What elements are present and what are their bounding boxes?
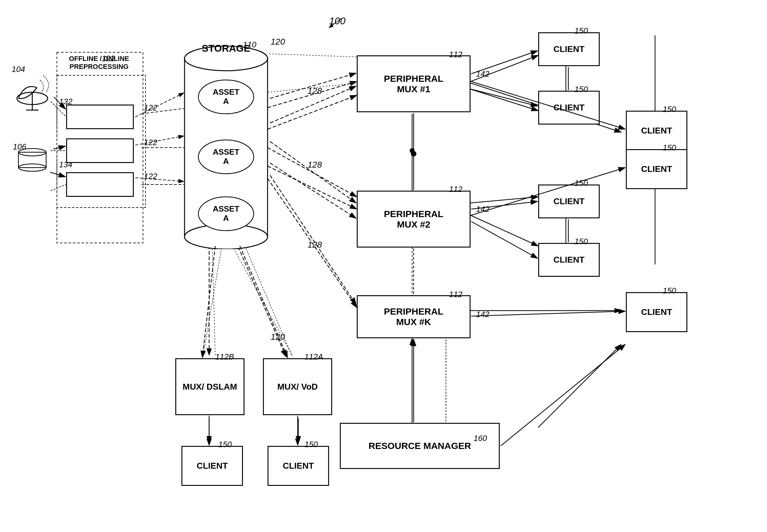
proc-box-1 <box>66 105 134 129</box>
svg-line-80 <box>471 221 538 258</box>
svg-line-75 <box>246 248 292 356</box>
ref-112a: 112A <box>304 352 323 362</box>
ref-160: 160 <box>474 434 487 443</box>
svg-line-9 <box>268 148 357 197</box>
ref-122-1: 122 <box>144 103 157 113</box>
ref-150-vod: 150 <box>304 440 318 449</box>
ref-120-2: 120 <box>271 332 285 342</box>
peripheral-mux-1: PERIPHERALMUX #1 <box>357 55 471 112</box>
svg-line-8 <box>268 95 357 129</box>
svg-line-64 <box>135 136 184 145</box>
client-connector-v2 <box>564 218 567 243</box>
svg-line-65 <box>135 178 184 181</box>
svg-text:A: A <box>223 213 229 223</box>
preprocessing-label: OFFLINE / ONLINEPREPROCESSING <box>59 55 139 71</box>
ref-128-2: 128 <box>308 160 322 170</box>
ref-150-top2: 150 <box>574 85 588 94</box>
svg-line-82 <box>471 311 625 316</box>
ref-142-1: 142 <box>476 69 489 79</box>
client-top-1: CLIENT <box>538 32 600 66</box>
resource-manager: RESOURCE MANAGER <box>340 423 500 469</box>
ref-106: 106 <box>13 142 26 152</box>
svg-text:A: A <box>223 157 229 166</box>
ref-150-mid3: 150 <box>574 237 588 246</box>
svg-line-18 <box>471 89 538 111</box>
svg-line-69 <box>270 163 356 218</box>
svg-line-73 <box>269 54 357 57</box>
client-vod: CLIENT <box>268 446 329 486</box>
ref-112b: 112B <box>215 352 234 362</box>
client-top-2: CLIENT <box>538 91 600 125</box>
ref-142-3: 142 <box>476 310 489 319</box>
peripheral-mux-k: PERIPHERALMUX #K <box>357 295 471 338</box>
ref-112-k: 112 <box>449 290 462 299</box>
ref-128-3: 128 <box>308 240 322 250</box>
peripheral-mux-2: PERIPHERALMUX #2 <box>357 191 471 248</box>
svg-line-10 <box>268 166 357 209</box>
ref-104: 104 <box>12 65 25 74</box>
svg-line-34 <box>329 18 341 28</box>
ref-100-arrow <box>323 15 348 34</box>
ref-112-2: 112 <box>449 185 462 194</box>
proc-box-2 <box>66 138 134 163</box>
proc-box-3 <box>66 172 134 197</box>
client-dslam: CLIENT <box>181 446 243 486</box>
svg-line-27 <box>538 344 621 427</box>
ref-142-2: 142 <box>476 204 489 214</box>
svg-line-20 <box>471 197 538 203</box>
svg-text:ASSET: ASSET <box>213 204 240 213</box>
ref-110: 110 <box>243 40 256 50</box>
client-bot-1: CLIENT <box>626 292 687 332</box>
ref-122-2: 122 <box>144 138 157 147</box>
svg-line-15 <box>212 246 215 355</box>
ref-150-mid1: 150 <box>574 178 588 188</box>
ref-102: 102 <box>101 54 115 63</box>
ref-122-3: 122 <box>144 172 157 181</box>
svg-text:A: A <box>223 97 229 106</box>
client-connector-v1 <box>564 66 567 91</box>
satellite-icon <box>12 71 52 111</box>
svg-line-68 <box>270 141 356 203</box>
ref-120-1: 120 <box>271 37 285 47</box>
mux-dslam: MUX/ DSLAM <box>175 358 244 415</box>
svg-line-77 <box>471 89 538 106</box>
ref-150-dslam: 150 <box>218 440 232 449</box>
ref-150-fr-top: 150 <box>663 105 676 114</box>
svg-line-87 <box>501 344 625 446</box>
client-mid-2: CLIENT <box>626 149 687 189</box>
ref-150-mid2: 150 <box>663 143 676 153</box>
svg-line-3 <box>51 185 66 191</box>
svg-line-21 <box>471 215 538 246</box>
svg-point-24 <box>410 148 415 153</box>
diagram: 100 104 106 OFFLINE / <box>0 0 767 532</box>
storage-cylinder: STORAGE ASSET A ASSET A ASSET A <box>181 40 271 249</box>
ref-150-top1: 150 <box>574 26 588 36</box>
ref-128-1: 128 <box>308 86 322 96</box>
svg-line-63 <box>135 93 184 117</box>
svg-point-84 <box>411 151 416 157</box>
ref-112-1: 112 <box>449 50 462 59</box>
svg-line-71 <box>202 246 215 358</box>
ref-150-bot: 150 <box>663 286 676 296</box>
client-mid-1: CLIENT <box>538 185 600 218</box>
client-far-right-top: CLIENT <box>626 111 687 151</box>
svg-text:ASSET: ASSET <box>213 147 240 157</box>
client-mid-3: CLIENT <box>538 243 600 277</box>
mux-vod: MUX/ VoD <box>263 358 332 415</box>
svg-line-74 <box>203 248 221 356</box>
svg-text:ASSET: ASSET <box>213 87 240 97</box>
svg-line-61 <box>53 146 66 149</box>
svg-line-62 <box>50 172 66 177</box>
